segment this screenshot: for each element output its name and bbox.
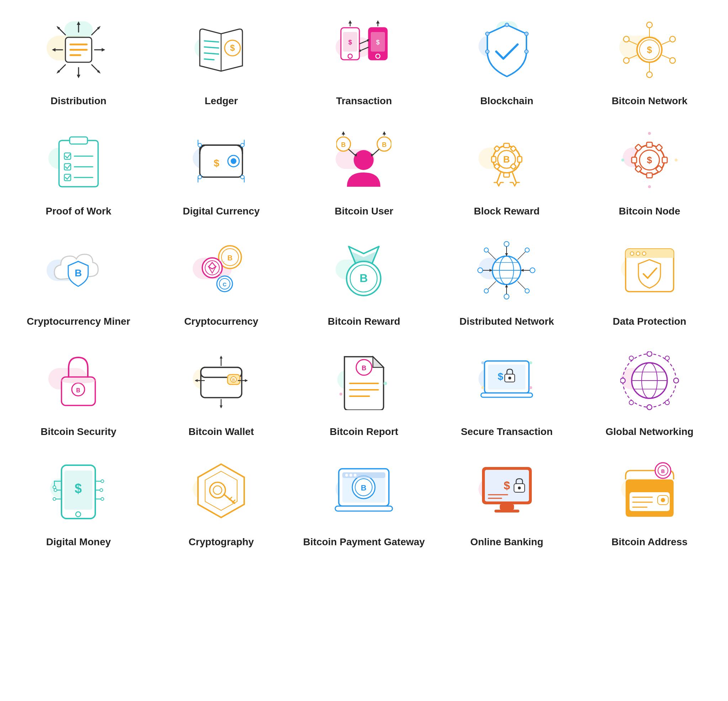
bitcoin-network-icon: $ xyxy=(621,21,678,78)
svg-line-56 xyxy=(662,55,670,59)
svg-line-35 xyxy=(360,40,368,44)
svg-point-228 xyxy=(54,489,57,491)
transaction-label: Transaction xyxy=(336,95,392,107)
svg-line-161 xyxy=(517,252,525,260)
icon-cell-proof-of-work: Proof of Work xyxy=(7,117,150,227)
cryptocurrency-miner-label: Cryptocurrency Miner xyxy=(27,316,130,327)
svg-point-212 xyxy=(647,351,652,356)
svg-line-165 xyxy=(517,281,525,289)
svg-point-216 xyxy=(665,356,669,360)
icon-cell-bitcoin-network: $ Bitcoin Network xyxy=(578,7,721,117)
svg-line-54 xyxy=(662,41,670,45)
cryptocurrency-icon: B C xyxy=(193,241,250,300)
svg-point-73 xyxy=(231,158,236,164)
svg-line-163 xyxy=(488,281,496,289)
icon-cell-bitcoin-user: B B Bitcoin User xyxy=(293,117,435,227)
icon-wrapper-blockchain xyxy=(471,14,542,85)
svg-point-169 xyxy=(630,252,634,255)
svg-marker-89 xyxy=(342,132,345,135)
bitcoin-wallet-label: Bitcoin Wallet xyxy=(188,426,254,437)
svg-point-46 xyxy=(485,32,489,36)
icon-cell-bitcoin-wallet: B Bitcoin Wallet xyxy=(150,338,293,448)
svg-rect-197 xyxy=(481,393,533,397)
distributed-network-icon xyxy=(477,241,536,300)
icon-wrapper-data-protection xyxy=(614,235,685,306)
icon-wrapper-bitcoin-reward: B xyxy=(328,235,400,306)
icon-wrapper-distributed-network xyxy=(471,235,542,306)
icon-wrapper-digital-currency: $ xyxy=(186,125,257,196)
icon-wrapper-transaction: $ $ xyxy=(328,14,400,85)
icon-wrapper-bitcoin-user: B B xyxy=(328,125,400,196)
svg-text:$: $ xyxy=(376,39,380,46)
svg-text:B: B xyxy=(360,272,368,284)
blockchain-label: Blockchain xyxy=(480,95,533,107)
svg-rect-101 xyxy=(517,156,522,162)
svg-point-175 xyxy=(61,378,96,384)
svg-text:C: C xyxy=(223,281,227,287)
icon-cell-cryptography: Cryptography xyxy=(150,448,293,558)
digital-money-label: Digital Money xyxy=(46,536,111,548)
svg-marker-91 xyxy=(383,132,386,135)
svg-point-217 xyxy=(665,400,669,405)
icon-wrapper-bitcoin-security: B xyxy=(43,345,114,416)
svg-text:$: $ xyxy=(504,479,510,492)
global-networking-label: Global Networking xyxy=(606,426,693,437)
icon-cell-global-networking: Global Networking xyxy=(578,338,721,448)
svg-text:B: B xyxy=(361,365,366,372)
icon-wrapper-bitcoin-wallet: B xyxy=(186,345,257,416)
icon-wrapper-block-reward: B xyxy=(471,125,542,196)
svg-point-55 xyxy=(670,58,675,63)
bitcoin-address-icon: B xyxy=(622,462,677,520)
icon-cell-ledger: $ Ledger xyxy=(150,7,293,117)
svg-point-75 xyxy=(198,143,202,147)
svg-line-108 xyxy=(513,173,516,182)
svg-point-149 xyxy=(530,268,535,273)
icon-cell-digital-money: $ Digital Money xyxy=(7,448,150,558)
svg-point-59 xyxy=(624,58,629,63)
bitcoin-report-label: Bitcoin Report xyxy=(330,426,399,437)
cryptography-icon xyxy=(193,462,250,519)
digital-currency-icon: $ xyxy=(194,133,248,188)
bitcoin-payment-gateway-icon: B xyxy=(335,462,393,520)
svg-point-234 xyxy=(100,489,103,491)
svg-rect-256 xyxy=(500,504,514,510)
svg-point-53 xyxy=(670,36,675,42)
svg-point-121 xyxy=(675,159,677,161)
svg-line-60 xyxy=(629,55,637,59)
icon-wrapper-bitcoin-payment-gateway: B xyxy=(328,455,400,526)
block-reward-label: Block Reward xyxy=(474,206,540,217)
svg-rect-100 xyxy=(492,156,496,162)
svg-point-251 xyxy=(345,474,348,477)
svg-line-14 xyxy=(92,65,99,72)
icon-wrapper-bitcoin-network: $ xyxy=(614,14,685,85)
svg-point-204 xyxy=(481,386,484,389)
svg-text:B: B xyxy=(227,254,233,262)
icon-cell-blockchain: Blockchain xyxy=(435,7,578,117)
svg-rect-245 xyxy=(335,506,393,511)
svg-marker-1 xyxy=(77,21,80,25)
svg-point-155 xyxy=(478,268,483,273)
bitcoin-reward-label: Bitcoin Reward xyxy=(328,316,400,327)
icon-wrapper-cryptocurrency-miner: B xyxy=(43,235,114,306)
svg-point-158 xyxy=(484,248,488,252)
secure-transaction-label: Secure Transaction xyxy=(461,426,552,437)
online-banking-icon: $ xyxy=(478,462,535,520)
digital-money-icon: $ xyxy=(53,462,104,520)
online-banking-label: Online Banking xyxy=(470,536,543,548)
svg-line-62 xyxy=(629,41,637,45)
bitcoin-user-label: Bitcoin User xyxy=(335,206,393,217)
svg-marker-3 xyxy=(77,75,80,78)
svg-point-215 xyxy=(620,378,625,383)
icon-cell-bitcoin-reward: B Bitcoin Reward xyxy=(293,227,435,338)
proof-of-work-icon xyxy=(52,132,105,188)
bitcoin-reward-icon: B xyxy=(336,241,391,300)
svg-point-226 xyxy=(53,486,56,489)
blockchain-icon xyxy=(480,21,534,78)
svg-point-83 xyxy=(354,150,374,170)
svg-line-10 xyxy=(92,28,99,35)
svg-marker-5 xyxy=(52,48,55,52)
icon-cell-secure-transaction: $ Secure Transaction xyxy=(435,338,578,448)
icon-cell-cryptocurrency: B C Cryptocurrency xyxy=(150,227,293,338)
block-reward-icon: B xyxy=(479,131,534,190)
icon-wrapper-digital-money: $ xyxy=(43,455,114,526)
